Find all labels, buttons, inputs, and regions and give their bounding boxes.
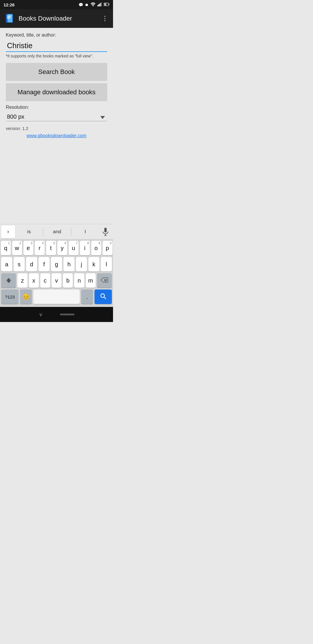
svg-text:⚡: ⚡ [105, 4, 107, 6]
svg-line-22 [104, 297, 106, 299]
resolution-select-wrapper: 600 px 800 px 1024 px 1280 px [6, 112, 107, 121]
suggestion-i[interactable]: I [71, 227, 99, 237]
back-nav-icon[interactable]: ∨ [39, 311, 43, 318]
delete-key[interactable] [97, 273, 112, 288]
search-key[interactable] [94, 290, 112, 304]
keyboard-row-4: ?123 😊 . [1, 290, 112, 304]
key-f[interactable]: f [39, 257, 50, 272]
app-bar-title: Books Downloader [19, 15, 72, 22]
period-key[interactable]: . [81, 290, 93, 304]
key-c[interactable]: c [40, 273, 50, 288]
key-r[interactable]: 4r [35, 241, 45, 255]
svg-rect-6 [109, 3, 109, 5]
key-n[interactable]: n [74, 273, 84, 288]
svg-rect-12 [7, 16, 11, 16]
keyboard: 1q 2w 3e 4r 5t 6y 7u 8i 9o 0p a s d f g … [0, 239, 113, 307]
search-book-button[interactable]: Search Book [6, 63, 107, 81]
app-logo-icon [5, 13, 15, 24]
key-t[interactable]: 5t [46, 241, 56, 255]
key-a[interactable]: a [1, 257, 12, 272]
search-input[interactable] [6, 40, 107, 52]
navigation-bar: ∨ [0, 307, 113, 322]
key-g[interactable]: g [51, 257, 62, 272]
key-w[interactable]: 2w [12, 241, 22, 255]
resolution-label: Resolution: [6, 105, 107, 110]
key-k[interactable]: k [88, 257, 99, 272]
suggestion-expand-button[interactable]: › [1, 225, 15, 238]
main-content: Keyword, title, or author: *It supports … [0, 28, 113, 224]
svg-rect-13 [7, 17, 11, 17]
version-text: version: 1.2 [6, 126, 107, 131]
status-bar: 12:26 💬 ⏺ [0, 0, 113, 9]
svg-rect-2 [99, 4, 99, 6]
svg-rect-4 [101, 2, 102, 6]
key-j[interactable]: j [76, 257, 87, 272]
key-p[interactable]: 0p [103, 241, 112, 255]
keyboard-row-3: z x c v b n m [1, 273, 112, 288]
app-bar: Books Downloader ⋮ [0, 9, 113, 28]
suggestions-list: is and I [15, 227, 99, 237]
key-x[interactable]: x [29, 273, 39, 288]
emoji-key[interactable]: 😊 [20, 290, 32, 304]
space-key[interactable] [33, 290, 80, 304]
voice-input-button[interactable] [99, 225, 112, 238]
battery-icon: ⚡ [104, 3, 110, 7]
wifi-icon [90, 2, 96, 7]
key-y[interactable]: 6y [57, 241, 67, 255]
key-l[interactable]: l [101, 257, 112, 272]
key-o[interactable]: 9o [91, 241, 101, 255]
key-s[interactable]: s [14, 257, 25, 272]
svg-marker-18 [6, 278, 11, 283]
status-icons: 💬 ⏺ ⚡ [79, 2, 110, 7]
full-view-note: *It supports only the books marked as "f… [6, 54, 107, 58]
more-options-icon[interactable]: ⋮ [102, 15, 108, 22]
shift-key[interactable] [1, 273, 16, 288]
key-q[interactable]: 1q [1, 241, 11, 255]
keyboard-suggestions-bar: › is and I [0, 224, 113, 239]
website-link[interactable]: www.gbooksdownloader.com [6, 133, 107, 138]
svg-point-0 [93, 6, 94, 6]
resolution-select[interactable]: 600 px 800 px 1024 px 1280 px [6, 112, 107, 121]
home-pill[interactable] [60, 314, 74, 315]
screenrecord-icon: ⏺ [85, 3, 89, 7]
key-d[interactable]: d [26, 257, 37, 272]
signal-icon [97, 2, 102, 7]
svg-rect-14 [7, 18, 10, 19]
key-v[interactable]: v [52, 273, 61, 288]
suggestion-is[interactable]: is [15, 227, 43, 237]
input-label: Keyword, title, or author: [6, 32, 107, 38]
key-h[interactable]: h [63, 257, 74, 272]
keyboard-row-2: a s d f g h j k l [1, 257, 112, 272]
symbol-key[interactable]: ?123 [1, 290, 19, 304]
whatsapp-icon: 💬 [79, 3, 83, 7]
manage-downloaded-books-button[interactable]: Manage downloaded books [6, 83, 107, 101]
key-i[interactable]: 8i [80, 241, 90, 255]
key-e[interactable]: 3e [23, 241, 33, 255]
svg-rect-15 [104, 228, 107, 232]
key-b[interactable]: b [63, 273, 73, 288]
keyboard-row-1: 1q 2w 3e 4r 5t 6y 7u 8i 9o 0p [1, 241, 112, 255]
app-bar-left: Books Downloader [5, 13, 72, 24]
key-u[interactable]: 7u [69, 241, 79, 255]
svg-rect-3 [100, 3, 101, 6]
svg-rect-1 [97, 5, 98, 6]
status-time: 12:26 [3, 2, 14, 7]
key-z[interactable]: z [17, 273, 27, 288]
suggestion-and[interactable]: and [43, 227, 71, 237]
key-m[interactable]: m [86, 273, 96, 288]
